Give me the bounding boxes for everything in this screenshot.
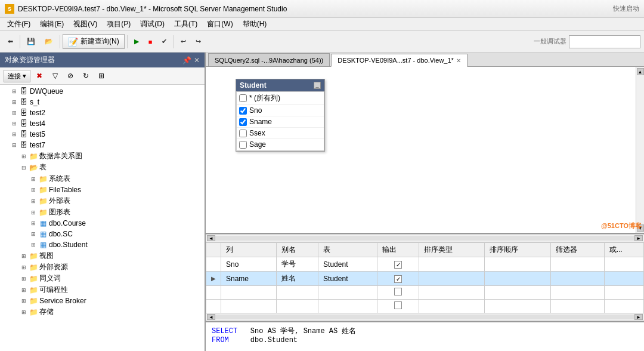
cell-e2-sorttype[interactable] [419,300,484,313]
cell-e2-sortorder[interactable] [485,300,550,313]
toolbar-stop-btn[interactable]: ■ [144,33,157,50]
h-scrollbar-top[interactable]: ◄ ► [206,234,644,242]
cell-sname-output[interactable]: ✓ [377,272,419,286]
tree-node-test4[interactable]: ⊞ 🗄 test4 [0,118,205,129]
expand-icon-extresources[interactable]: ⊞ [19,263,29,272]
cell-sno-table[interactable]: Student [318,257,377,272]
cell-sname-sortorder[interactable] [485,272,550,286]
expand-icon-test7[interactable]: ⊟ [10,140,19,150]
cell-e2-filter[interactable] [550,300,604,313]
sql-area[interactable]: SELECT Sno AS 学号, Sname AS 姓名 FROM dbo.S… [206,321,644,351]
cell-sno-or[interactable] [604,257,643,272]
cell-sno-sorttype[interactable] [419,257,484,272]
field-sage[interactable]: Sage [237,139,324,150]
tree-node-extresources[interactable]: ⊞ 📁 外部资源 [0,261,205,273]
quick-search-input[interactable] [569,35,640,48]
tree-node-test7[interactable]: ⊟ 🗄 test7 [0,140,205,150]
expand-icon-diagrams[interactable]: ⊞ [19,152,29,161]
cell-sno-filter[interactable] [550,257,604,272]
tree-node-test2[interactable]: ⊞ 🗄 test2 [0,107,205,118]
field-sname[interactable]: Sname [237,116,324,128]
cell-sname-sorttype[interactable] [419,272,484,286]
cell-e1-filter[interactable] [550,286,604,300]
cell-sname-or[interactable] [604,272,643,286]
cell-sno-field[interactable]: Sno [221,257,277,272]
oe-pin-icon[interactable]: 📌 [182,56,191,64]
cell-e2-output[interactable] [377,300,419,313]
expand-icon-test4[interactable]: ⊞ [10,119,19,128]
oe-filter-clear-btn[interactable]: ⊘ [64,69,77,82]
tree-node-diagrams[interactable]: ⊞ 📁 数据库关系图 [0,150,205,162]
field-ssex[interactable]: Ssex [237,128,324,139]
oe-filter-btn[interactable]: ▽ [48,69,61,82]
cell-e2-table[interactable] [318,300,377,313]
toolbar-back-btn[interactable]: ⬅ [4,33,17,50]
expand-icon-exttables[interactable]: ⊞ [29,196,38,206]
hscroll2-right-btn[interactable]: ► [634,314,643,320]
menu-help[interactable]: 帮助(H) [238,18,272,30]
expand-icon-test2[interactable]: ⊞ [10,108,19,118]
new-query-button[interactable]: 📝 新建查询(N) [63,34,125,49]
hscroll2-left-btn[interactable]: ◄ [207,314,215,320]
table-widget-header[interactable]: Student _ [236,79,324,91]
tree-node-test5[interactable]: ⊞ 🗄 test5 [0,129,205,140]
expand-icon-st[interactable]: ⊞ [10,97,19,107]
menu-view[interactable]: 视图(V) [69,18,102,30]
expand-icon-course[interactable]: ⊞ [29,218,38,228]
oe-expand-btn[interactable]: ⊞ [95,69,108,82]
tab-sqlquery[interactable]: SQLQuery2.sql -...9A\haozhang (54)) [208,53,330,66]
cell-e1-alias[interactable] [277,286,318,300]
toolbar-save-btn[interactable]: 💾 [23,33,39,50]
tree-node-st[interactable]: ⊞ 🗄 s_t [0,97,205,107]
cell-e2-or[interactable] [604,300,643,313]
tree-node-storage[interactable]: ⊞ 📁 存储 [0,306,205,318]
expand-icon-storage[interactable]: ⊞ [19,307,29,317]
tree-node-systables[interactable]: ⊞ 📁 系统表 [0,173,205,184]
minimize-button[interactable]: _ [314,82,321,89]
expand-icon-systables[interactable]: ⊞ [29,174,38,184]
grid-row-sno[interactable]: Sno 学号 Student ✓ [206,257,644,272]
toolbar-execute-btn[interactable]: ▶ [130,33,143,50]
menu-window[interactable]: 窗口(W) [202,18,237,30]
h-scrollbar-bottom[interactable]: ◄ ► [206,313,644,321]
tree-node-student[interactable]: ⊞ ▦ dbo.Student [0,239,205,250]
tree-node-course[interactable]: ⊞ ▦ dbo.Course [0,218,205,229]
cell-e2-field[interactable] [221,300,277,313]
grid-row-empty1[interactable] [206,286,644,300]
field-all[interactable]: * (所有列) [237,92,324,105]
menu-tools[interactable]: 工具(T) [169,18,202,30]
expand-icon-graphtables[interactable]: ⊞ [29,208,38,217]
toolbar-open-btn[interactable]: 📂 [41,33,57,50]
tree-node-graphtables[interactable]: ⊞ 📁 图形表 [0,207,205,218]
expand-icon-programmability[interactable]: ⊞ [19,285,29,295]
scroll-up-btn[interactable]: ▲ [637,68,644,75]
tree-node-servicebroker[interactable]: ⊞ 📁 Service Broker [0,295,205,306]
tree-node-tables[interactable]: ⊟ 📂 表 [0,162,205,173]
diagram-vscroll[interactable]: ▲ ▼ [636,67,644,233]
expand-icon-servicebroker[interactable]: ⊞ [19,296,29,306]
menu-edit[interactable]: 编辑(E) [35,18,69,30]
tree-node-synonyms[interactable]: ⊞ 📁 同义词 [0,273,205,284]
cell-e1-output[interactable] [377,286,419,300]
expand-icon-synonyms[interactable]: ⊞ [19,274,29,284]
tab-view1[interactable]: DESKTOP-VE09I9A...st7 - dbo.View_1* ✕ [331,54,467,67]
tree-node-sc[interactable]: ⊞ ▦ dbo.SC [0,229,205,239]
tree-node-programmability[interactable]: ⊞ 📁 可编程性 [0,284,205,295]
oe-refresh-btn[interactable]: ↻ [79,69,92,82]
cell-e1-or[interactable] [604,286,643,300]
expand-icon-sc[interactable]: ⊞ [29,229,38,239]
cell-sno-output[interactable]: ✓ [377,257,419,272]
expand-icon-tables[interactable]: ⊟ [19,163,29,173]
expand-icon-student[interactable]: ⊞ [29,240,38,250]
grid-row-sname[interactable]: ▶ Sname 姓名 Student ✓ [206,272,644,286]
connect-button[interactable]: 连接 ▾ [4,70,30,82]
cell-sno-sortorder[interactable] [485,257,550,272]
oe-disconnect-btn[interactable]: ✖ [33,69,46,82]
cell-sname-filter[interactable] [550,272,604,286]
expand-icon-views[interactable]: ⊞ [19,251,29,261]
menu-file[interactable]: 文件(F) [2,18,35,30]
checkbox-sno[interactable] [239,107,247,115]
cell-sno-alias[interactable]: 学号 [277,257,318,272]
checkbox-sname[interactable] [239,118,247,126]
cell-sname-field[interactable]: Sname [221,272,277,286]
